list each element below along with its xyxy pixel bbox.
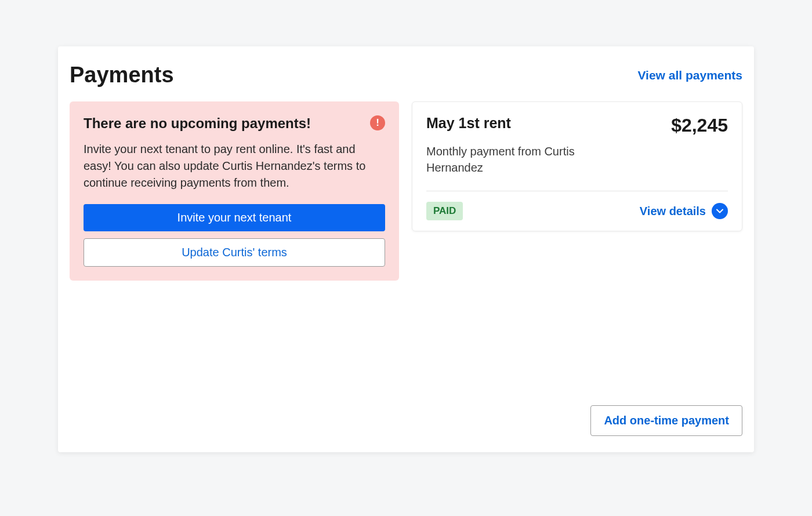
payment-amount: $2,245 bbox=[671, 115, 728, 136]
alert-title: There are no upcoming payments! bbox=[84, 115, 311, 132]
view-details-label: View details bbox=[640, 205, 706, 218]
payment-bottom-row: PAID View details bbox=[426, 202, 728, 220]
chevron-down-icon bbox=[712, 203, 728, 219]
alert-header: There are no upcoming payments! ! bbox=[84, 115, 385, 132]
view-details-button[interactable]: View details bbox=[640, 203, 728, 219]
header-row: Payments View all payments bbox=[70, 63, 742, 88]
payments-card: Payments View all payments There are no … bbox=[58, 46, 754, 452]
view-all-payments-link[interactable]: View all payments bbox=[637, 68, 742, 82]
update-terms-button[interactable]: Update Curtis' terms bbox=[84, 238, 385, 267]
page-title: Payments bbox=[70, 63, 174, 88]
invite-next-tenant-button[interactable]: Invite your next tenant bbox=[84, 204, 385, 231]
payment-top-row: May 1st rent $2,245 bbox=[426, 115, 728, 136]
add-one-time-payment-button[interactable]: Add one-time payment bbox=[590, 405, 742, 436]
payment-item-card: May 1st rent $2,245 Monthly payment from… bbox=[412, 101, 742, 231]
payment-description: Monthly payment from Curtis Hernandez bbox=[426, 143, 577, 176]
alert-exclamation-icon: ! bbox=[370, 115, 385, 130]
status-badge: PAID bbox=[426, 202, 463, 220]
footer-button-wrap: Add one-time payment bbox=[590, 405, 742, 436]
payment-divider bbox=[426, 191, 728, 191]
payment-title: May 1st rent bbox=[426, 115, 511, 132]
content-row: There are no upcoming payments! ! Invite… bbox=[70, 101, 742, 281]
no-upcoming-payments-alert: There are no upcoming payments! ! Invite… bbox=[70, 101, 399, 281]
alert-body-text: Invite your next tenant to pay rent onli… bbox=[84, 141, 385, 191]
